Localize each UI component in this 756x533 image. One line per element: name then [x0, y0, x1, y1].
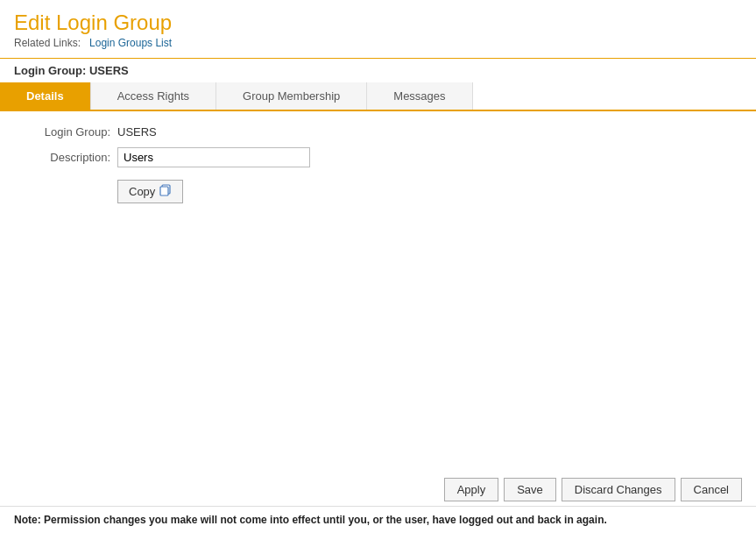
bottom-bar: Apply Save Discard Changes Cancel [444, 478, 742, 501]
related-links: Related Links: Login Groups List [14, 37, 742, 49]
svg-rect-1 [160, 187, 168, 195]
tab-details[interactable]: Details [0, 82, 91, 110]
login-group-value: USERS [117, 125, 157, 139]
discard-button[interactable]: Discard Changes [562, 478, 675, 501]
note-bar: Note: Permission changes you make will n… [0, 506, 756, 533]
tabs-bar: Details Access Rights Group Membership M… [0, 82, 756, 111]
note-text: Note: Permission changes you make will n… [14, 514, 607, 526]
login-group-row: Login Group: USERS [21, 125, 735, 139]
page-header: Edit Login Group Related Links: Login Gr… [0, 0, 756, 53]
description-row: Description: [21, 147, 735, 167]
tab-access-rights[interactable]: Access Rights [91, 82, 216, 110]
copy-button-row: Copy [117, 176, 735, 203]
login-group-label: Login Group: [21, 125, 117, 139]
save-button[interactable]: Save [504, 478, 556, 501]
copy-button[interactable]: Copy [117, 180, 183, 203]
page-title: Edit Login Group [14, 11, 742, 35]
cancel-button[interactable]: Cancel [681, 478, 742, 501]
tab-messages[interactable]: Messages [367, 82, 472, 110]
tab-group-membership[interactable]: Group Membership [216, 82, 367, 110]
section-header: Login Group: USERS [0, 59, 756, 82]
copy-button-label: Copy [129, 185, 155, 198]
description-label: Description: [21, 151, 117, 164]
content-area: Login Group: USERS Description: Copy [0, 111, 756, 217]
copy-icon [159, 184, 172, 199]
login-groups-list-link[interactable]: Login Groups List [89, 37, 172, 49]
description-input[interactable] [117, 147, 310, 167]
related-links-label: Related Links: [14, 37, 81, 49]
apply-button[interactable]: Apply [444, 478, 499, 501]
